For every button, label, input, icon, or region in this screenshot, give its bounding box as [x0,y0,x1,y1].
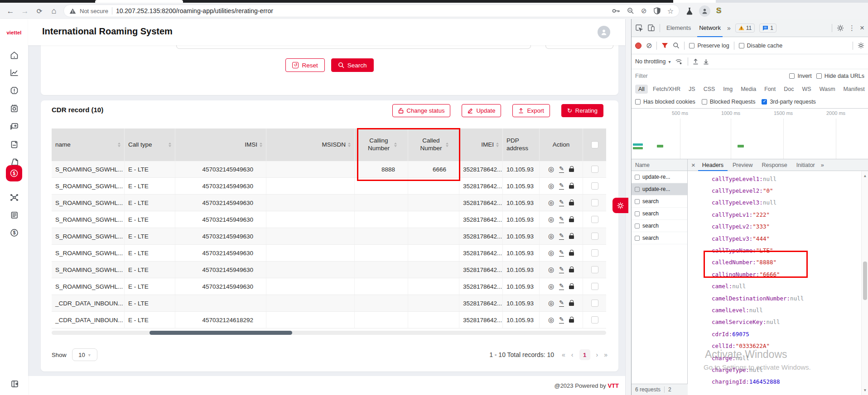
blocked-requests-checkbox[interactable]: Blocked Requests [702,99,756,105]
select-all-checkbox[interactable] [591,141,598,148]
sidebar-item-tariff[interactable]: $ [9,227,19,238]
chip-js[interactable]: JS [685,85,699,94]
row-checkbox[interactable] [591,182,598,190]
lock-icon[interactable] [569,168,574,172]
s-extension-icon[interactable]: S [716,6,721,15]
sidebar-item-alerts[interactable] [9,85,19,96]
sidebar-item-network[interactable] [9,192,19,203]
vertical-scrollbar[interactable]: ▲ ▼ [861,171,868,395]
lock-icon[interactable] [569,319,574,323]
lock-icon[interactable] [569,219,574,222]
sidebar-item-documents[interactable] [9,139,19,150]
sort-icon[interactable] [169,143,171,147]
collapse-sidebar-icon[interactable] [9,378,20,389]
first-page-icon[interactable]: « [562,351,565,358]
horizontal-scrollbar[interactable] [52,331,606,335]
request-row[interactable]: search [632,208,687,220]
close-details-icon[interactable]: × [690,161,697,169]
sidebar-item-system[interactable] [9,103,19,114]
filter-input[interactable]: Filter [635,73,648,79]
network-settings-gear-icon[interactable] [858,42,864,49]
search-button[interactable]: Search [331,58,374,72]
col-header-checkbox[interactable] [583,128,606,161]
chip-doc[interactable]: Doc [781,85,797,94]
extension-flask-icon[interactable] [686,7,693,15]
edit-icon[interactable]: ✎ [559,316,564,324]
tab-elements[interactable]: Elements [665,19,693,37]
clear-icon[interactable]: ⊘ [646,41,652,50]
change-status-button[interactable]: Change status [392,104,451,117]
view-icon[interactable]: ◎ [548,249,554,256]
lock-icon[interactable] [569,302,574,306]
edit-icon[interactable]: ✎ [559,283,564,290]
disable-cache-checkbox[interactable]: Disable cache [739,43,783,49]
sort-icon[interactable] [348,143,351,147]
more-detail-tabs-icon[interactable]: » [821,162,824,168]
devtools-close-icon[interactable]: × [860,24,864,33]
address-bar[interactable]: Not secure 10.207.252.135:8200/roaming-a… [63,5,680,17]
sidebar-item-messages[interactable] [9,121,19,132]
request-row[interactable]: search [632,195,687,208]
tab-response[interactable]: Response [757,159,791,171]
sidebar-item-reports[interactable] [9,67,19,78]
col-header-pdp-address[interactable]: PDP address [503,128,540,161]
browser-profile-avatar[interactable] [699,5,710,17]
floating-settings-button[interactable] [612,198,628,213]
edit-icon[interactable]: ✎ [559,300,564,307]
col-header-imsi[interactable]: IMSI [175,128,266,161]
row-checkbox[interactable] [591,283,598,290]
blocked-content-icon[interactable]: ⊘ [641,7,647,15]
chip-img[interactable]: Img [720,85,736,94]
sidebar-item-logs[interactable] [9,209,19,220]
row-checkbox[interactable] [591,199,598,206]
lock-icon[interactable] [569,252,574,256]
next-page-icon[interactable]: › [596,351,598,358]
sort-icon[interactable] [496,143,499,147]
reset-button[interactable]: ↺ Reset [285,58,324,72]
lock-icon[interactable] [569,202,574,205]
update-button[interactable]: Update [462,104,501,117]
chip-manifest[interactable]: Manifest [840,85,868,94]
devtools-settings-gear-icon[interactable] [837,24,844,32]
scroll-down-icon[interactable]: ▼ [862,388,868,392]
url-text[interactable]: 10.207.252.135:8200/roaming-app/utilitie… [116,7,273,14]
chip-fetch-xhr[interactable]: Fetch/XHR [650,85,684,94]
view-icon[interactable]: ◎ [548,199,554,206]
vertical-scrollbar-thumb[interactable] [863,262,867,300]
view-icon[interactable]: ◎ [548,316,554,323]
row-checkbox[interactable] [591,300,598,307]
sort-icon[interactable] [118,143,121,147]
rerating-button[interactable]: ↻ Rerating [561,104,603,117]
forward-icon[interactable]: → [20,7,30,15]
password-key-icon[interactable] [612,8,620,14]
chip-font[interactable]: Font [761,85,779,94]
bookmark-star-icon[interactable]: ☆ [667,7,674,15]
filter-funnel-icon[interactable] [661,43,668,48]
tab-initiator[interactable]: Initiator [792,159,819,171]
lock-icon[interactable] [569,185,574,189]
request-row-selected[interactable]: update-re... [632,183,687,195]
edit-icon[interactable]: ✎ [559,166,564,173]
prev-page-icon[interactable]: ‹ [571,351,574,358]
has-blocked-cookies-checkbox[interactable]: Has blocked cookies [635,99,695,105]
chip-wasm[interactable]: Wasm [816,85,839,94]
third-party-requests-checkbox[interactable]: 3rd-party requests [762,99,815,105]
back-icon[interactable]: ← [5,7,15,15]
network-timeline[interactable]: 500 ms 1000 ms 1500 ms 2000 ms [632,109,868,159]
tab-headers[interactable]: Headers [698,159,728,171]
view-icon[interactable]: ◎ [548,300,554,306]
export-har-icon[interactable] [703,58,709,65]
lock-icon[interactable] [569,235,574,239]
view-icon[interactable]: ◎ [548,266,554,273]
row-checkbox[interactable] [591,266,598,273]
device-toolbar-icon[interactable] [647,24,655,32]
zoom-out-icon[interactable] [627,7,634,14]
preserve-log-checkbox[interactable]: Preserve log [689,43,729,49]
horizontal-scrollbar-thumb[interactable] [149,331,292,335]
sidebar-item-home[interactable] [9,50,19,61]
sort-icon[interactable] [260,143,262,147]
lock-icon[interactable] [569,269,574,272]
edit-icon[interactable]: ✎ [559,249,564,257]
name-column-header[interactable]: Name [632,159,688,171]
devtools-menu-icon[interactable]: ⋮ [849,24,855,32]
